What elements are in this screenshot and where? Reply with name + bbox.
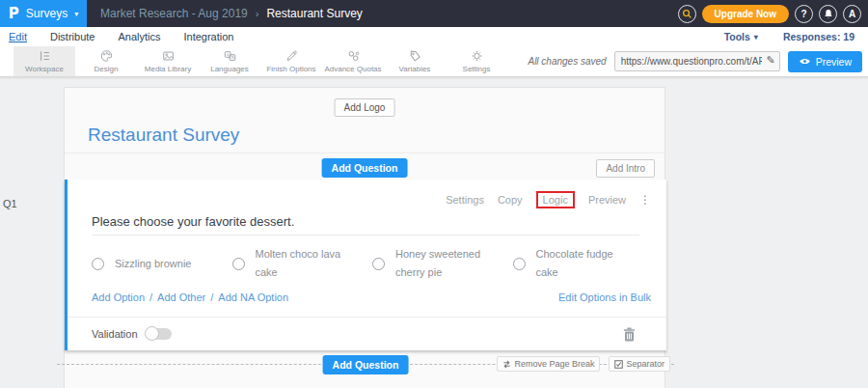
add-option-link[interactable]: Add Option [92,291,145,303]
trash-icon [623,327,636,342]
tag-icon [408,49,422,63]
toggle-knob [145,326,159,341]
question-actions: Settings Copy Logic Preview ⋮ [446,191,651,208]
validation-toggle[interactable] [146,328,172,340]
page-break-controls: Remove Page Break Separator [497,356,670,372]
tab-settings[interactable]: Settings [446,46,507,76]
quota-links-icon [346,49,361,63]
option-links: Add Option / Add Other / Add NA Option [92,291,288,303]
search-icon [682,9,692,19]
question-number-label: Q1 [3,198,17,209]
validation-label: Validation [92,328,138,340]
edit-url-icon[interactable]: ✎ [766,54,774,67]
question-logic-link[interactable]: Logic [543,194,568,206]
questionpro-survey-editor: P Surveys ▾ Market Research - Aug 2019 ›… [0,0,868,388]
add-question-button-top[interactable]: Add Question [322,158,408,178]
preview-button[interactable]: Preview [788,51,862,72]
breadcrumb-separator-icon: › [256,8,259,19]
svg-text:x: x [226,52,229,57]
upgrade-now-button[interactable]: Upgrade Now [702,5,789,23]
tab-languages[interactable]: xA Languages [199,46,260,76]
question-text-underline [92,235,639,236]
radio-icon[interactable] [372,258,385,270]
tab-design[interactable]: Design [75,46,137,76]
breadcrumb-folder[interactable]: Market Research - Aug 2019 [100,7,248,20]
pen-icon [285,49,299,63]
question-copy-link[interactable]: Copy [498,194,523,206]
radio-icon[interactable] [232,258,245,270]
link-separator: / [210,291,213,303]
responses-count[interactable]: Responses: 19 [783,31,854,42]
question-preview-link[interactable]: Preview [588,194,626,206]
tab-advance-quotas[interactable]: Advance Quotas [322,46,384,76]
remove-page-break-button[interactable]: Remove Page Break [497,356,600,372]
questionpro-logo: P [9,5,19,22]
more-options-icon[interactable]: ⋮ [639,193,651,207]
main-menu-bar: Edit Distribute Analytics Integration To… [0,27,868,46]
menu-analytics[interactable]: Analytics [118,31,160,42]
eye-icon [799,57,811,66]
menu-edit[interactable]: Edit [9,31,27,42]
radio-icon[interactable] [513,258,526,270]
separator-toggle-button[interactable]: Separator [609,356,670,372]
menu-integration[interactable]: Integration [183,31,233,42]
link-separator: / [149,291,152,303]
tab-finish-options[interactable]: Finish Options [260,46,322,76]
topbar-actions: Upgrade Now ? A [678,5,861,23]
bell-icon [824,9,833,19]
help-button[interactable]: ? [795,5,813,23]
tools-label: Tools [724,31,750,42]
surveys-menu[interactable]: P Surveys ▾ [0,0,87,27]
chevron-down-icon: ▾ [754,33,758,42]
validation-row: Validation [68,317,666,350]
breadcrumb: Market Research - Aug 2019 › Restaurant … [100,7,363,20]
answer-options: Sizzling brownie Molten choco lava cake … [92,245,653,283]
add-intro-button[interactable]: Add Intro [596,159,655,178]
option-chocolate-fudge-cake[interactable]: Chocolate fudge cake [513,245,654,283]
save-status: All changes saved [528,56,606,67]
search-button[interactable] [678,5,696,23]
toolbar-tabs: Workspace Design Media Library xA Langua… [14,46,507,76]
add-other-link[interactable]: Add Other [157,291,205,303]
chevron-down-icon: ▾ [74,10,78,18]
menu-right: Tools▾ Responses: 19 [724,31,854,42]
tools-dropdown[interactable]: Tools▾ [724,31,758,42]
gear-icon [470,49,484,63]
breadcrumb-current: Restaurant Survey [266,7,362,20]
survey-title[interactable]: Restaurant Survey [88,125,239,146]
translate-icon: xA [223,49,237,63]
survey-card: Add Logo Restaurant Survey Add Question … [64,87,665,388]
add-na-option-link[interactable]: Add NA Option [218,291,288,303]
radio-icon[interactable] [92,258,104,270]
option-molten-choco-lava-cake[interactable]: Molten choco lava cake [232,245,373,283]
add-logo-button[interactable]: Add Logo [335,98,395,117]
delete-question-button[interactable] [623,327,636,346]
question-text[interactable]: Please choose your favorite dessert. [92,214,294,229]
surveys-menu-label: Surveys [26,7,68,20]
top-bar: P Surveys ▾ Market Research - Aug 2019 ›… [0,0,868,27]
option-honey-sweetened-cherry-pie[interactable]: Honey sweetened cherry pie [372,245,513,283]
swap-arrows-icon [502,360,511,369]
survey-url-wrap: ✎ [614,51,780,71]
preview-label: Preview [816,56,852,68]
header-divider [65,152,665,153]
tab-variables[interactable]: Variables [384,46,446,76]
add-question-button-bottom[interactable]: Add Question [323,355,409,374]
question-block-q1: Settings Copy Logic Preview ⋮ Please cho… [65,180,666,350]
tab-media-library[interactable]: Media Library [137,46,199,76]
toolbar-right: All changes saved ✎ Preview [528,46,862,76]
option-sizzling-brownie[interactable]: Sizzling brownie [92,245,232,283]
svg-text:A: A [231,55,234,60]
account-avatar[interactable]: A [843,5,861,23]
page-break-strip: Add Question Remove Page Break Separator [65,350,666,388]
question-settings-link[interactable]: Settings [446,194,484,206]
edit-options-in-bulk-link[interactable]: Edit Options in Bulk [558,291,651,303]
survey-url-input[interactable] [614,51,780,71]
logic-highlight-annotation: Logic [536,191,575,208]
editor-toolbar: Workspace Design Media Library xA Langua… [0,46,868,77]
tab-workspace[interactable]: Workspace [14,46,75,76]
menu-distribute[interactable]: Distribute [50,31,95,42]
checked-checkbox-icon [614,360,623,369]
notifications-button[interactable] [819,5,837,23]
workspace-icon [38,49,52,63]
